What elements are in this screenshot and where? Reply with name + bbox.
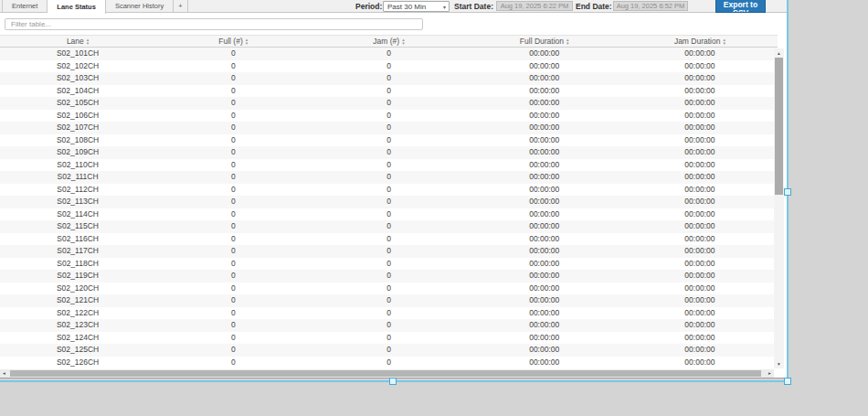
cell-lane: S02_123CH [0,319,155,332]
cell-jam-duration: 00:00:00 [622,357,778,369]
cell-full-duration: 00:00:00 [467,283,622,295]
vertical-scrollbar[interactable]: ▴ ▾ [774,48,784,368]
scroll-right-arrow-icon[interactable]: ▸ [766,369,774,378]
table-row[interactable]: S02_113CH0000:00:0000:00:00 [0,196,778,208]
cell-full-duration: 00:00:00 [467,344,622,357]
cell-full-duration: 00:00:00 [467,220,622,233]
resize-handle-right[interactable] [784,188,791,196]
cell-jam: 0 [311,283,466,295]
cell-full-duration: 00:00:00 [467,357,622,369]
table-row[interactable]: S02_111CH0000:00:0000:00:00 [0,171,778,184]
app-window: EnternetLane StatusScanner History+ Peri… [0,0,787,379]
cell-jam-duration: 00:00:00 [622,72,778,85]
cell-full-duration: 00:00:00 [467,60,622,73]
table-row[interactable]: S02_114CH0000:00:0000:00:00 [0,208,778,221]
table-row[interactable]: S02_124CH0000:00:0000:00:00 [0,332,778,345]
column-header-full-[interactable]: Full (#)▴▾ [155,36,311,47]
table-row[interactable]: S02_125CH0000:00:0000:00:00 [0,344,778,357]
start-date-field[interactable]: Aug 19, 2025 6:22 PM [496,1,573,11]
period-dropdown[interactable]: Past 30 Min ▾ [383,1,450,12]
tab-add[interactable]: + [174,0,187,12]
table-row[interactable]: S02_106CH0000:00:0000:00:00 [0,110,778,123]
cell-jam: 0 [311,97,466,110]
filter-table-input[interactable] [5,18,423,30]
table-row[interactable]: S02_115CH0000:00:0000:00:00 [0,220,778,233]
table-row[interactable]: S02_107CH0000:00:0000:00:00 [0,122,778,134]
tab-lane-status[interactable]: Lane Status [48,0,106,14]
cell-full: 0 [155,319,311,332]
export-csv-button[interactable]: Export to CSV [715,0,766,13]
cell-full: 0 [155,60,311,73]
table-row[interactable]: S02_103CH0000:00:0000:00:00 [0,72,778,85]
cell-full: 0 [155,270,311,283]
column-header-jam-duration[interactable]: Jam Duration▴▾ [622,36,778,47]
period-value: Past 30 Min [387,3,426,11]
column-header-lane[interactable]: Lane▴▾ [0,36,155,47]
table-row[interactable]: S02_121CH0000:00:0000:00:00 [0,294,778,307]
cell-full-duration: 00:00:00 [467,245,622,258]
cell-full: 0 [155,208,311,221]
table-row[interactable]: S02_112CH0000:00:0000:00:00 [0,184,778,197]
resize-handle-bottom[interactable] [389,378,397,385]
table-row[interactable]: S02_122CH0000:00:0000:00:00 [0,307,778,320]
cell-jam: 0 [311,344,466,357]
table-row[interactable]: S02_104CH0000:00:0000:00:00 [0,85,778,98]
tab-scanner-history[interactable]: Scanner History [106,0,174,12]
cell-full-duration: 00:00:00 [467,122,622,134]
cell-jam-duration: 00:00:00 [622,245,778,258]
cell-full-duration: 00:00:00 [467,97,622,110]
table-row[interactable]: S02_117CH0000:00:0000:00:00 [0,245,778,258]
cell-lane: S02_109CH [0,146,155,159]
cell-jam: 0 [311,171,466,184]
resize-handle-corner[interactable] [784,378,791,385]
cell-full: 0 [155,122,311,134]
cell-jam-duration: 00:00:00 [622,134,778,147]
cell-jam-duration: 00:00:00 [622,283,778,295]
table-row[interactable]: S02_126CH0000:00:0000:00:00 [0,357,778,369]
column-header-jam-[interactable]: Jam (#)▴▾ [311,36,466,47]
table-row[interactable]: S02_101CH0000:00:0000:00:00 [0,48,778,60]
cell-full-duration: 00:00:00 [467,270,622,283]
horizontal-scrollbar[interactable]: ◂ ▸ [0,369,774,378]
cell-full-duration: 00:00:00 [467,159,622,172]
table-row[interactable]: S02_109CH0000:00:0000:00:00 [0,146,778,159]
cell-full-duration: 00:00:00 [467,208,622,221]
cell-full-duration: 00:00:00 [467,48,622,60]
cell-jam-duration: 00:00:00 [622,159,778,172]
table-row[interactable]: S02_108CH0000:00:0000:00:00 [0,134,778,147]
cell-lane: S02_116CH [0,233,155,246]
scroll-up-arrow-icon[interactable]: ▴ [774,48,784,58]
table-row[interactable]: S02_102CH0000:00:0000:00:00 [0,60,778,73]
cell-jam-duration: 00:00:00 [622,97,778,110]
cell-jam-duration: 00:00:00 [622,270,778,283]
cell-full: 0 [155,110,311,123]
column-header-full-duration[interactable]: Full Duration▴▾ [467,36,622,47]
cell-lane: S02_117CH [0,245,155,258]
horizontal-scrollbar-thumb[interactable] [10,370,761,377]
vertical-scrollbar-thumb[interactable] [775,58,783,195]
cell-full: 0 [155,220,311,233]
sort-icon: ▴▾ [566,37,569,45]
scroll-down-arrow-icon[interactable]: ▾ [774,359,784,368]
table-row[interactable]: S02_116CH0000:00:0000:00:00 [0,233,778,246]
cell-full: 0 [155,332,311,345]
cell-full: 0 [155,357,311,369]
end-date-field[interactable]: Aug 19, 2025 6:52 PM [613,1,688,11]
table-row[interactable]: S02_120CH0000:00:0000:00:00 [0,283,778,295]
cell-lane: S02_110CH [0,159,155,172]
tab-enternet[interactable]: Enternet [2,0,48,12]
cell-jam: 0 [311,319,466,332]
table-body: S02_101CH0000:00:0000:00:00S02_102CH0000… [0,48,778,368]
table-row[interactable]: S02_105CH0000:00:0000:00:00 [0,97,778,110]
cell-full: 0 [155,344,311,357]
cell-full-duration: 00:00:00 [467,85,622,98]
cell-jam-duration: 00:00:00 [622,258,778,271]
cell-jam: 0 [311,184,466,197]
table-row[interactable]: S02_110CH0000:00:0000:00:00 [0,159,778,172]
table-row[interactable]: S02_123CH0000:00:0000:00:00 [0,319,778,332]
table-row[interactable]: S02_119CH0000:00:0000:00:00 [0,270,778,283]
cell-lane: S02_114CH [0,208,155,221]
cell-jam: 0 [311,220,466,233]
scroll-left-arrow-icon[interactable]: ◂ [0,369,8,378]
table-row[interactable]: S02_118CH0000:00:0000:00:00 [0,258,778,271]
